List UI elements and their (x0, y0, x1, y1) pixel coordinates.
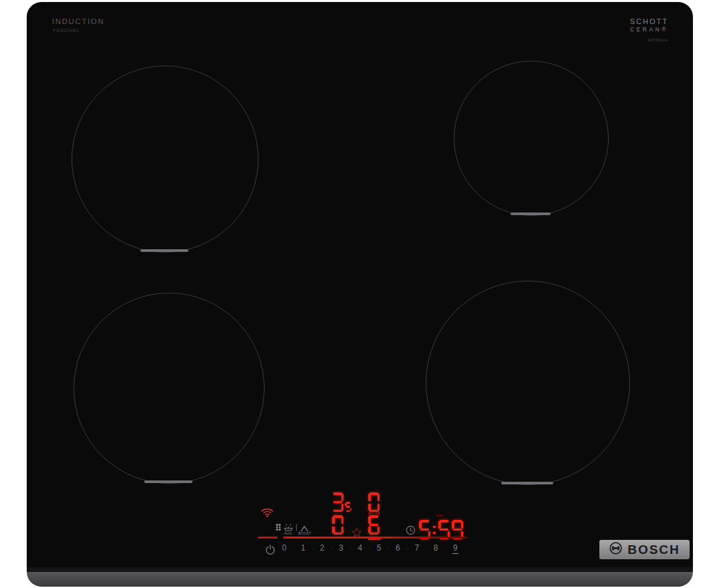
cooking-zone-back-right (454, 61, 609, 216)
zone-display-front-right[interactable] (368, 515, 381, 535)
level-key-9[interactable]: 9 (452, 543, 458, 554)
panel-line-short (258, 537, 277, 539)
keypad-grid-icon (276, 524, 281, 531)
bosch-armature-icon (609, 541, 623, 558)
panel-line-long (283, 537, 468, 539)
level-separator: · (293, 545, 295, 552)
led-digit (368, 515, 380, 535)
led-digit (332, 492, 343, 512)
glass-brand-code: A05TR02A (581, 38, 668, 42)
model-number: PIE631HB1 (53, 28, 79, 33)
level-key-4[interactable]: 4 (357, 543, 362, 553)
level-separator: · (388, 545, 390, 552)
level-key-7[interactable]: 7 (414, 543, 419, 553)
cooking-zone-front-left (74, 293, 265, 484)
induction-label: INDUCTION (52, 17, 104, 25)
level-key-5[interactable]: 5 (377, 543, 382, 553)
led-digit (345, 502, 351, 512)
wifi-icon (261, 506, 274, 521)
timer-unit-label: min (436, 513, 443, 517)
glass-brand-line2: CERAN® (581, 26, 668, 33)
cooking-zone-front-right (426, 281, 630, 485)
level-separator: · (406, 545, 408, 552)
power-icon[interactable] (265, 544, 276, 558)
level-separator: · (368, 545, 370, 552)
glass-brand-line1: SCHOTT (581, 17, 668, 25)
glass-brand-block: SCHOTT CERAN® A05TR02A (581, 17, 668, 42)
zone-tick-back-left (140, 249, 188, 252)
power-level-scale[interactable]: 0·1·2·3·4·5·6·7·8·9 (282, 543, 458, 554)
led-digit (332, 515, 343, 535)
boost-key-label[interactable]: BOOST (297, 531, 313, 535)
level-separator: · (444, 545, 446, 552)
level-key-0[interactable]: 0 (282, 543, 287, 553)
zone-tick-back-right (511, 212, 551, 215)
level-key-2[interactable]: 2 (320, 543, 325, 553)
level-separator: · (331, 545, 333, 552)
level-key-8[interactable]: 8 (434, 543, 438, 553)
front-trim-lip (27, 567, 693, 572)
auto-key-label[interactable]: Auto (281, 531, 295, 535)
bosch-logo-text: BOSCH (627, 543, 680, 557)
product-image: INDUCTION PIE631HB1 SCHOTT CERAN® A05TR0… (0, 0, 719, 588)
zone-tick-front-right (501, 482, 553, 484)
level-key-1[interactable]: 1 (301, 543, 305, 553)
cooking-zone-back-left (71, 65, 259, 253)
level-separator: · (349, 545, 351, 552)
zone-tick-front-left (144, 480, 192, 483)
zone-display-front-left[interactable] (332, 515, 345, 535)
bosch-badge: BOSCH (599, 540, 690, 559)
level-separator: · (311, 545, 313, 552)
zone-display-back-left[interactable] (332, 492, 351, 512)
level-separator: · (425, 545, 427, 552)
level-key-3[interactable]: 3 (339, 543, 343, 553)
key-divider (296, 524, 297, 531)
level-key-6[interactable]: 6 (396, 543, 400, 553)
front-trim (27, 572, 693, 587)
